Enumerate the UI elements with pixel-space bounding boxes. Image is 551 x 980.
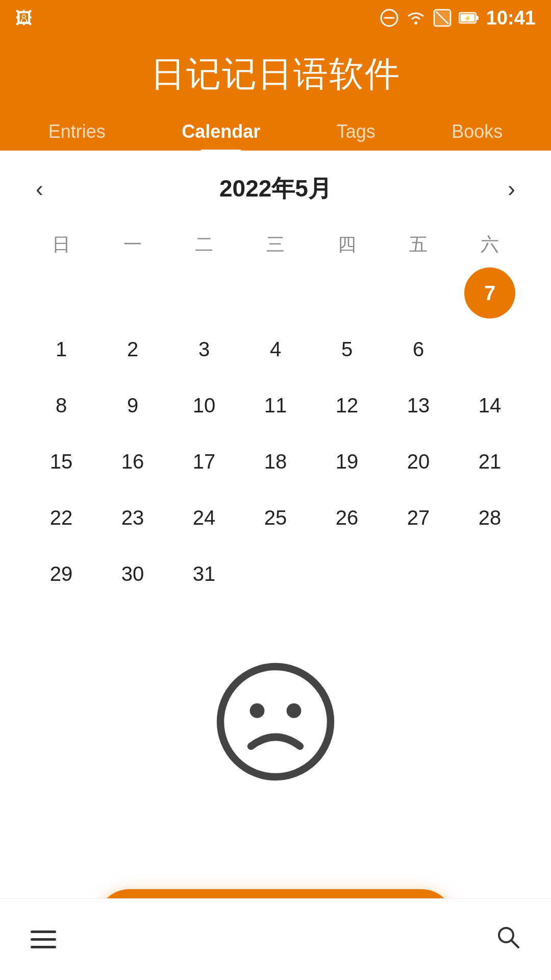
tab-tags[interactable]: Tags bbox=[321, 113, 391, 151]
calendar-day-7[interactable]: 7 bbox=[464, 267, 515, 318]
battery-icon: ⚡ bbox=[459, 10, 479, 26]
search-icon bbox=[495, 924, 520, 949]
calendar-day-24[interactable]: 24 bbox=[179, 492, 230, 543]
prev-month-button[interactable]: ‹ bbox=[26, 171, 54, 207]
calendar-day-25[interactable]: 25 bbox=[250, 492, 301, 543]
calendar-day-27[interactable]: 27 bbox=[393, 492, 444, 543]
do-not-disturb-icon bbox=[380, 9, 398, 27]
calendar-day-18[interactable]: 18 bbox=[250, 436, 301, 487]
svg-point-10 bbox=[250, 703, 265, 718]
status-bar-left: 🖼 bbox=[15, 8, 33, 28]
tab-books[interactable]: Books bbox=[436, 113, 518, 151]
calendar-day-15[interactable]: 15 bbox=[36, 436, 87, 487]
svg-line-13 bbox=[511, 940, 518, 947]
menu-button[interactable] bbox=[31, 930, 56, 948]
svg-point-11 bbox=[287, 703, 302, 718]
svg-point-9 bbox=[220, 667, 331, 777]
calendar-month-title: 2022年5月 bbox=[219, 173, 332, 205]
calendar-day-20[interactable]: 20 bbox=[393, 436, 444, 487]
empty-state bbox=[0, 620, 551, 865]
weekday-mon: 一 bbox=[97, 227, 168, 262]
nav-tabs: Entries Calendar Tags Books bbox=[0, 113, 551, 151]
svg-point-2 bbox=[414, 21, 417, 24]
search-button[interactable] bbox=[495, 924, 520, 955]
calendar-day-14[interactable]: 14 bbox=[464, 380, 515, 431]
weekday-sun: 日 bbox=[26, 227, 97, 262]
calendar-day-empty bbox=[464, 324, 515, 375]
calendar-day-29[interactable]: 29 bbox=[36, 548, 87, 599]
calendar-day-13[interactable]: 13 bbox=[393, 380, 444, 431]
calendar-header: ‹ 2022年5月 › bbox=[26, 171, 525, 207]
calendar-day-26[interactable]: 26 bbox=[321, 492, 372, 543]
calendar-day-10[interactable]: 10 bbox=[179, 380, 230, 431]
calendar-day-21[interactable]: 21 bbox=[464, 436, 515, 487]
calendar-day-28[interactable]: 28 bbox=[464, 492, 515, 543]
bottom-bar bbox=[0, 898, 551, 980]
sad-face-icon bbox=[214, 660, 337, 783]
tab-calendar[interactable]: Calendar bbox=[166, 113, 276, 151]
weekday-sat: 六 bbox=[454, 227, 525, 262]
weekday-thu: 四 bbox=[311, 227, 383, 262]
calendar-day-6[interactable]: 6 bbox=[393, 324, 444, 375]
calendar-weekdays: 日 一 二 三 四 五 六 bbox=[26, 227, 525, 262]
calendar-grid: 7123456891011121314151617181920212223242… bbox=[26, 267, 525, 599]
calendar-day-22[interactable]: 22 bbox=[36, 492, 87, 543]
svg-text:⚡: ⚡ bbox=[463, 14, 471, 22]
calendar-day-30[interactable]: 30 bbox=[107, 548, 158, 599]
calendar-day-12[interactable]: 12 bbox=[321, 380, 372, 431]
app-title: 日记记日语软件 bbox=[0, 46, 551, 113]
photo-icon: 🖼 bbox=[15, 8, 33, 28]
calendar-day-3[interactable]: 3 bbox=[179, 324, 230, 375]
calendar-day-11[interactable]: 11 bbox=[250, 380, 301, 431]
app-header: 日记记日语软件 Entries Calendar Tags Books bbox=[0, 36, 551, 151]
calendar-day-31[interactable]: 31 bbox=[179, 548, 230, 599]
calendar-day-17[interactable]: 17 bbox=[179, 436, 230, 487]
status-bar: 🖼 ⚡ 10:41 bbox=[0, 0, 551, 36]
calendar-day-16[interactable]: 16 bbox=[107, 436, 158, 487]
weekday-wed: 三 bbox=[240, 227, 311, 262]
status-bar-right: ⚡ 10:41 bbox=[380, 7, 536, 29]
calendar-day-23[interactable]: 23 bbox=[107, 492, 158, 543]
svg-rect-7 bbox=[476, 16, 479, 20]
signal-icon bbox=[433, 9, 452, 27]
tab-entries[interactable]: Entries bbox=[33, 113, 121, 151]
calendar-day-4[interactable]: 4 bbox=[250, 324, 301, 375]
calendar-day-5[interactable]: 5 bbox=[321, 324, 372, 375]
calendar-container: ‹ 2022年5月 › 日 一 二 三 四 五 六 71234568910111… bbox=[0, 151, 551, 620]
weekday-tue: 二 bbox=[168, 227, 240, 262]
weekday-fri: 五 bbox=[383, 227, 454, 262]
calendar-day-1[interactable]: 1 bbox=[36, 324, 87, 375]
next-month-button[interactable]: › bbox=[497, 171, 525, 207]
wifi-icon bbox=[406, 10, 426, 26]
calendar-day-19[interactable]: 19 bbox=[321, 436, 372, 487]
calendar-day-8[interactable]: 8 bbox=[36, 380, 87, 431]
status-time: 10:41 bbox=[486, 7, 536, 29]
calendar-day-2[interactable]: 2 bbox=[107, 324, 158, 375]
calendar-day-9[interactable]: 9 bbox=[107, 380, 158, 431]
